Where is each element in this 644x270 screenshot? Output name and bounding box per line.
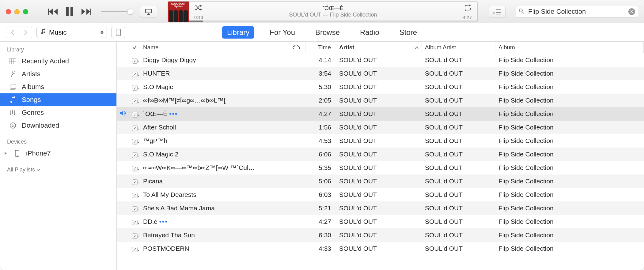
checkbox[interactable]	[132, 126, 138, 131]
zoom-window-button[interactable]	[23, 9, 28, 14]
table-row[interactable]: ∞≈∞W∞K∞—∞™∞b∞Z™[∞W ™`Cul…5:35SOUL'd OUTS…	[117, 161, 644, 174]
table-row[interactable]: After Scholl1:56SOUL'd OUTSOUL'd OUTFlip…	[117, 121, 644, 134]
sidebar-item-artists[interactable]: Artists	[0, 68, 116, 81]
table-row[interactable]: ˜ÖŒ—È•••4:27SOUL'd OUTSOUL'd OUTFlip Sid…	[117, 107, 644, 121]
tab-browse[interactable]: Browse	[310, 26, 345, 39]
checkbox[interactable]	[132, 72, 138, 77]
checkbox-cell[interactable]	[129, 164, 140, 171]
checkbox[interactable]	[132, 112, 138, 118]
checkbox-cell[interactable]	[129, 151, 140, 158]
up-next-button[interactable]: 12	[489, 6, 506, 17]
table-row[interactable]: Picana5:06SOUL'd OUTSOUL'd OUTFlip Side …	[117, 174, 644, 188]
sidebar-item-label: Recently Added	[22, 57, 69, 65]
checkbox[interactable]	[132, 247, 138, 252]
checkbox[interactable]	[132, 85, 138, 91]
minimize-window-button[interactable]	[14, 9, 20, 14]
checkbox-cell[interactable]	[129, 70, 140, 77]
tab-for-you[interactable]: For You	[265, 26, 300, 39]
sidebar-heading-playlists[interactable]: All Playlists	[0, 164, 116, 175]
table-row[interactable]: S.O Magic 26:06SOUL'd OUTSOUL'd OUTFlip …	[117, 148, 644, 161]
col-time[interactable]: Time	[305, 42, 336, 53]
close-window-button[interactable]	[6, 9, 11, 14]
device-button[interactable]	[111, 27, 125, 38]
table-row[interactable]: She's A Bad Mama Jama5:21SOUL'd OUTSOUL'…	[117, 201, 644, 215]
shuffle-icon[interactable]	[194, 5, 202, 12]
track-album-artist: SOUL'd OUT	[422, 178, 495, 185]
col-artist[interactable]: Artist	[336, 42, 422, 53]
music-icon	[40, 28, 46, 36]
table-row[interactable]: To All My Dearests6:03SOUL'd OUTSOUL'd O…	[117, 188, 644, 201]
back-button[interactable]	[6, 27, 19, 38]
checkbox[interactable]	[132, 193, 138, 198]
checkbox[interactable]	[132, 220, 138, 225]
checkbox[interactable]	[132, 58, 138, 64]
checkbox-cell[interactable]	[129, 83, 140, 91]
next-button[interactable]	[80, 8, 91, 15]
table-row[interactable]: ™gP™h4:53SOUL'd OUTSOUL'd OUTFlip Side C…	[117, 134, 644, 148]
checkbox[interactable]	[132, 99, 138, 104]
checkbox-cell[interactable]	[129, 110, 140, 118]
track-album: Flip Side Collection	[495, 218, 644, 225]
more-icon[interactable]: •••	[169, 110, 178, 117]
checkbox-cell[interactable]	[129, 56, 140, 64]
checkbox[interactable]	[132, 139, 138, 144]
tab-radio[interactable]: Radio	[355, 26, 384, 39]
col-album[interactable]: Album	[495, 42, 644, 53]
track-artist: SOUL'd OUT	[336, 56, 422, 64]
checkbox-cell[interactable]	[129, 178, 140, 185]
table-row[interactable]: HUNTER3:54SOUL'd OUTSOUL'd OUTFlip Side …	[117, 67, 644, 80]
checkbox[interactable]	[132, 179, 138, 185]
playback-controls	[48, 7, 91, 16]
chevron-updown-icon	[100, 30, 104, 34]
checkbox-cell[interactable]	[129, 245, 140, 252]
sidebar-item-recently-added[interactable]: Recently Added	[0, 55, 116, 68]
col-cloud[interactable]	[287, 42, 305, 53]
volume-slider[interactable]	[101, 11, 130, 12]
checkbox[interactable]	[132, 152, 138, 158]
sidebar-item-albums[interactable]: Albums	[0, 81, 116, 93]
track-name: HUNTER	[140, 70, 287, 77]
col-name[interactable]: Name	[140, 42, 287, 53]
col-check[interactable]	[129, 42, 140, 53]
repeat-icon[interactable]	[464, 5, 472, 12]
tab-store[interactable]: Store	[395, 26, 422, 39]
airplay-button[interactable]	[140, 6, 157, 17]
checkbox-cell[interactable]	[129, 137, 140, 144]
now-playing-title: ˜ÖŒ—È	[323, 5, 343, 12]
table-row[interactable]: ∞f∞B∞M™[≠Í∞g∞…∞b∞L™[2:05SOUL'd OUTSOUL'd…	[117, 94, 644, 107]
sidebar-item-device[interactable]: iPhone7	[0, 147, 116, 160]
more-icon[interactable]: •••	[159, 218, 168, 225]
progress-bar[interactable]	[189, 21, 477, 22]
col-album-artist[interactable]: Album Artist	[422, 42, 495, 53]
cloud-icon	[292, 45, 300, 50]
previous-button[interactable]	[48, 8, 59, 15]
checkbox[interactable]	[132, 166, 138, 171]
pause-button[interactable]	[66, 7, 74, 16]
table-row[interactable]: POSTMODERN4:33SOUL'd OUTSOUL'd OUTFlip S…	[117, 242, 644, 255]
download-icon	[9, 122, 17, 129]
col-playing[interactable]	[117, 42, 129, 53]
checkbox-cell[interactable]	[129, 231, 140, 239]
checkbox-cell[interactable]	[129, 124, 140, 131]
album-art[interactable]: SOUL'dOUT Flip Side	[168, 2, 189, 22]
track-table: Name Time Artist Album Artist Album Digg…	[117, 42, 644, 270]
table-row[interactable]: DD‚e•••4:27SOUL'd OUTSOUL'd OUTFlip Side…	[117, 215, 644, 228]
media-picker[interactable]: Music	[36, 27, 107, 38]
table-row[interactable]: Diggy Diggy Diggy4:14SOUL'd OUTSOUL'd OU…	[117, 53, 644, 67]
table-row[interactable]: S.O Magic5:30SOUL'd OUTSOUL'd OUTFlip Si…	[117, 80, 644, 94]
checkbox-cell[interactable]	[129, 97, 140, 104]
checkbox[interactable]	[132, 233, 138, 239]
clear-search-button[interactable]: ✕	[628, 8, 635, 15]
search-input[interactable]	[516, 6, 638, 17]
sidebar-item-songs[interactable]: Songs	[0, 93, 116, 106]
checkbox[interactable]	[132, 206, 138, 212]
checkbox-cell[interactable]	[129, 204, 140, 212]
sidebar-item-downloaded[interactable]: Downloaded	[0, 119, 116, 132]
forward-button[interactable]	[19, 27, 32, 38]
tab-library[interactable]: Library	[222, 26, 254, 39]
checkbox-cell[interactable]	[129, 218, 140, 225]
disclosure-icon[interactable]	[4, 152, 8, 155]
table-row[interactable]: Betrayed Tha Sun6:30SOUL'd OUTSOUL'd OUT…	[117, 228, 644, 242]
checkbox-cell[interactable]	[129, 191, 140, 198]
sidebar-item-genres[interactable]: Genres	[0, 106, 116, 119]
